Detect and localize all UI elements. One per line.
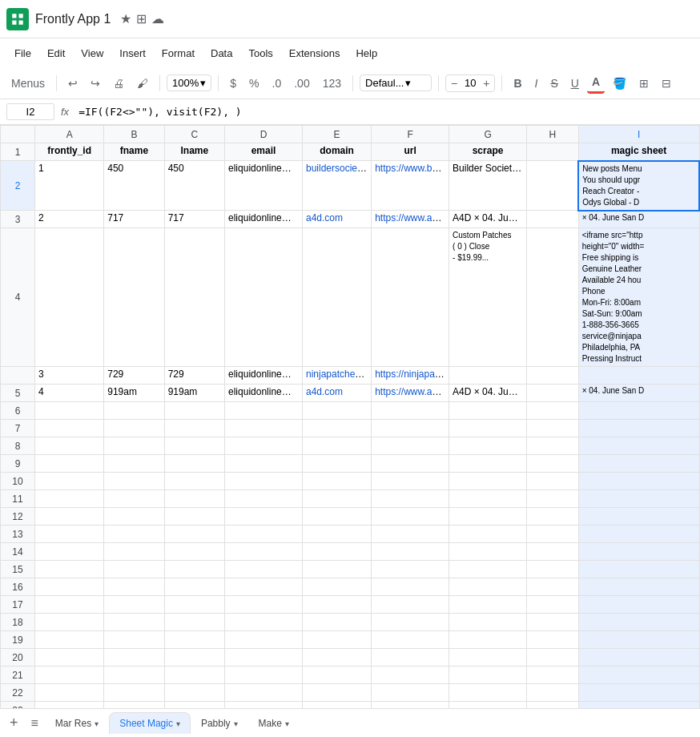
row-header-6[interactable]: 6 — [1, 402, 35, 420]
row-header-4b[interactable] — [1, 367, 35, 385]
grid-icon[interactable]: ⊞ — [136, 11, 147, 26]
cloud-icon[interactable]: ☁ — [151, 11, 164, 26]
col-header-i[interactable]: I — [578, 126, 699, 143]
underline-button[interactable]: U — [566, 74, 584, 93]
tab-mar-res[interactable]: Mar Res ▾ — [45, 712, 109, 734]
cell-f4[interactable] — [372, 228, 449, 367]
tab-pabbly[interactable]: Pabbly ▾ — [191, 712, 248, 734]
cell-b5[interactable]: 919am — [104, 385, 164, 402]
col-header-d[interactable]: D — [225, 126, 303, 143]
inc-decimals-button[interactable]: .00 — [289, 74, 314, 93]
row-header-8[interactable]: 8 — [1, 437, 35, 455]
tab-mar-res-arrow[interactable]: ▾ — [95, 719, 99, 728]
merge-button[interactable]: ⊟ — [657, 74, 676, 93]
cell-h4[interactable] — [527, 228, 579, 367]
link-f5[interactable]: https://www.a4d. — [375, 386, 445, 397]
row-header-21[interactable]: 21 — [1, 667, 35, 684]
link-e5[interactable]: a4d.com — [306, 386, 343, 397]
percent-button[interactable]: % — [244, 74, 264, 93]
fill-color-button[interactable]: 🪣 — [608, 74, 631, 93]
cell-c2[interactable]: 450 — [164, 161, 224, 211]
col-header-h[interactable]: H — [527, 126, 579, 143]
row-header-14[interactable]: 14 — [1, 543, 35, 561]
cell-g4[interactable]: Custom Patches ( 0 ) Close - $19.99... — [449, 228, 527, 367]
cell-b4[interactable] — [104, 228, 164, 367]
cell-f3[interactable]: https://www.a4d. — [372, 211, 449, 228]
zoom-selector[interactable]: 100% ▾ — [167, 75, 211, 91]
cell-b1[interactable]: fname — [104, 143, 164, 161]
cell-b4b[interactable]: 729 — [104, 367, 164, 385]
font-name-selector[interactable]: Defaul... ▾ — [360, 75, 432, 91]
link-f2[interactable]: https://www.build — [375, 163, 447, 174]
strikethrough-button[interactable]: S — [545, 74, 562, 93]
row-header-12[interactable]: 12 — [1, 508, 35, 526]
row-header-15[interactable]: 15 — [1, 561, 35, 578]
cell-i5[interactable]: × 04. June San D — [578, 385, 699, 402]
menu-file[interactable]: File — [6, 44, 39, 62]
cell-g2[interactable]: Builder Society E — [449, 161, 527, 211]
cell-i2[interactable]: New posts Menu You should upgr Reach Cre… — [578, 161, 699, 211]
cell-a4b[interactable]: 3 — [35, 367, 104, 385]
menus-button[interactable]: Menus — [6, 74, 50, 93]
link-f3[interactable]: https://www.a4d. — [375, 212, 445, 224]
cell-a2[interactable]: 1 — [35, 161, 104, 211]
cell-a1[interactable]: frontly_id — [35, 143, 104, 161]
cell-a6[interactable] — [35, 402, 104, 420]
row-header-17[interactable]: 17 — [1, 596, 35, 614]
cell-f5[interactable]: https://www.a4d. — [372, 385, 449, 402]
cell-reference-input[interactable] — [6, 103, 54, 120]
formula-input[interactable] — [75, 104, 694, 119]
cell-e4[interactable] — [302, 228, 371, 367]
cell-d1[interactable]: email — [225, 143, 303, 161]
cell-b3[interactable]: 717 — [104, 211, 164, 228]
menu-format[interactable]: Format — [154, 44, 203, 62]
cell-c3[interactable]: 717 — [164, 211, 224, 228]
increase-font-size-button[interactable]: + — [481, 77, 491, 90]
more-formats-button[interactable]: 123 — [318, 74, 346, 93]
row-header-19[interactable]: 19 — [1, 631, 35, 649]
redo-button[interactable]: ↪ — [86, 74, 105, 93]
cell-f4b[interactable]: https://ninjapatch — [372, 367, 449, 385]
cell-h2[interactable] — [527, 161, 579, 211]
row-header-22[interactable]: 22 — [1, 684, 35, 702]
decrease-font-size-button[interactable]: − — [449, 77, 459, 90]
row-header-20[interactable]: 20 — [1, 649, 35, 667]
cell-e1[interactable]: domain — [302, 143, 371, 161]
col-header-e[interactable]: E — [302, 126, 371, 143]
row-header-18[interactable]: 18 — [1, 614, 35, 631]
cell-d2[interactable]: eliquidonline@gr — [225, 161, 303, 211]
row-header-16[interactable]: 16 — [1, 578, 35, 596]
cell-a5[interactable]: 4 — [35, 385, 104, 402]
row-header-23[interactable]: 23 — [1, 702, 35, 709]
menu-tools[interactable]: Tools — [240, 44, 280, 62]
row-header-9[interactable]: 9 — [1, 455, 35, 473]
row-header-1[interactable]: 1 — [1, 143, 35, 161]
cell-h1[interactable] — [527, 143, 579, 161]
cell-d4[interactable] — [225, 228, 303, 367]
cell-h4b[interactable] — [527, 367, 579, 385]
link-e4b[interactable]: ninjapatches.com — [306, 368, 372, 380]
cell-f1[interactable]: url — [372, 143, 449, 161]
dec-decimals-button[interactable]: .0 — [268, 74, 287, 93]
cell-i4b[interactable] — [578, 367, 699, 385]
cell-d3[interactable]: eliquidonline@gr — [225, 211, 303, 228]
italic-button[interactable]: I — [530, 74, 543, 93]
cell-c4[interactable] — [164, 228, 224, 367]
row-header-13[interactable]: 13 — [1, 526, 35, 543]
tab-make-arrow[interactable]: ▾ — [285, 719, 289, 728]
bold-button[interactable]: B — [509, 74, 526, 93]
tab-sheet-magic-arrow[interactable]: ▾ — [176, 719, 180, 728]
text-color-button[interactable]: A — [587, 72, 605, 94]
row-header-3[interactable]: 3 — [1, 211, 35, 228]
borders-button[interactable]: ⊞ — [634, 74, 654, 93]
col-header-c[interactable]: C — [164, 126, 224, 143]
row-header-10[interactable]: 10 — [1, 473, 35, 490]
star-icon[interactable]: ★ — [120, 11, 131, 26]
tab-make[interactable]: Make ▾ — [248, 712, 300, 734]
menu-data[interactable]: Data — [203, 44, 240, 62]
cell-d4b[interactable]: eliquidonline@gr — [225, 367, 303, 385]
row-header-4[interactable]: 4 — [1, 228, 35, 367]
col-header-a[interactable]: A — [35, 126, 104, 143]
cell-c4b[interactable]: 729 — [164, 367, 224, 385]
print-button[interactable]: 🖨 — [108, 74, 129, 93]
